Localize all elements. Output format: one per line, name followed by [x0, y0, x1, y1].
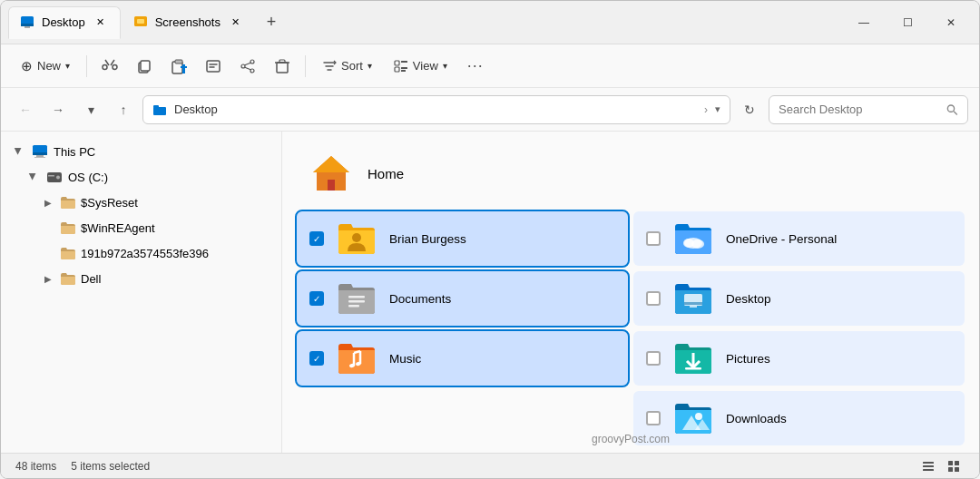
tab-desktop-close[interactable]: ✕: [93, 15, 109, 31]
share-icon: [240, 58, 256, 74]
sort-label: Sort: [341, 59, 363, 73]
close-button[interactable]: ✕: [930, 8, 972, 37]
svg-rect-31: [36, 155, 44, 157]
svg-point-27: [948, 105, 955, 112]
addressbar: ← → ▾ ↑ Desktop › ▾ ↻: [1, 88, 979, 132]
cut-button[interactable]: [94, 51, 125, 82]
refresh-button[interactable]: ↻: [736, 96, 763, 123]
desktop-folder-icon: [671, 280, 715, 317]
svg-rect-26: [153, 107, 166, 115]
sort-icon: [322, 59, 337, 73]
svg-rect-11: [207, 61, 220, 72]
svg-rect-17: [277, 63, 288, 73]
hash-folder-label: 191b972a3574553fe396: [81, 247, 209, 260]
new-button[interactable]: ⊕ New ▾: [12, 54, 79, 79]
svg-rect-35: [48, 175, 54, 177]
more-button[interactable]: ···: [460, 51, 491, 82]
svg-rect-46: [348, 305, 359, 308]
folder-downloads[interactable]: Pictures: [633, 331, 965, 386]
search-icon: [946, 103, 958, 116]
folder-music[interactable]: ✓ Music: [297, 331, 628, 386]
main-content: Home ✓: [282, 132, 979, 453]
item-count: 48 items: [15, 460, 56, 473]
svg-rect-45: [348, 300, 365, 303]
music-checkbox[interactable]: ✓: [309, 351, 324, 366]
paste-button[interactable]: [163, 51, 194, 82]
share-button[interactable]: [232, 51, 263, 82]
svg-point-53: [695, 413, 702, 420]
svg-line-15: [245, 63, 250, 65]
documents-label: Documents: [389, 292, 451, 306]
grid-view-button[interactable]: [943, 455, 965, 477]
winreagent-label: $WinREAgent: [81, 221, 155, 235]
svg-rect-58: [923, 469, 934, 471]
statusbar: 48 items 5 items selected: [1, 453, 979, 478]
brian-burgess-folder-svg: [337, 221, 377, 256]
content-area: ▶ This PC ▶ OS (C:): [1, 132, 979, 453]
sidebar-item-os-drive[interactable]: ▶ OS (C:): [1, 164, 281, 190]
recent-button[interactable]: ▾: [77, 96, 104, 123]
maximize-button[interactable]: ☐: [887, 8, 928, 37]
sort-button[interactable]: Sort ▾: [313, 54, 381, 78]
titlebar: Desktop ✕ Screenshots ✕ + — ☐ ✕: [1, 1, 979, 44]
sidebar-item-dell[interactable]: ▶ Dell: [1, 266, 281, 291]
svg-rect-10: [181, 66, 187, 68]
up-button[interactable]: ↑: [110, 96, 137, 123]
folder-onedrive[interactable]: OneDrive - Personal: [633, 211, 965, 266]
delete-button[interactable]: [267, 51, 298, 82]
minimize-button[interactable]: —: [843, 8, 885, 37]
svg-line-16: [245, 67, 250, 70]
svg-rect-32: [34, 157, 45, 158]
address-dropdown-icon[interactable]: ▾: [715, 103, 720, 115]
pictures-label: Downloads: [726, 412, 787, 425]
search-input[interactable]: [779, 103, 941, 116]
new-tab-button[interactable]: +: [259, 10, 284, 35]
folder-brian-burgess[interactable]: ✓ Brian Burgess: [297, 211, 628, 266]
svg-rect-9: [182, 64, 185, 73]
pictures-checkbox[interactable]: [646, 411, 661, 425]
os-drive-label: OS (C:): [68, 171, 108, 184]
sidebar-item-sysreset[interactable]: ▶ $SysReset: [1, 190, 281, 215]
sidebar-item-winreagent[interactable]: $WinREAgent: [1, 215, 281, 240]
home-icon: [309, 152, 353, 194]
toolbar-sep-2: [305, 55, 306, 77]
svg-rect-44: [348, 296, 365, 298]
documents-checkbox[interactable]: ✓: [309, 291, 324, 306]
onedrive-checkbox[interactable]: [646, 231, 661, 246]
brian-burgess-label: Brian Burgess: [389, 232, 466, 246]
downloads-checkbox[interactable]: [646, 351, 661, 366]
svg-rect-30: [33, 152, 47, 155]
list-view-icon: [922, 460, 935, 473]
svg-rect-20: [395, 61, 399, 65]
desktop-checkbox[interactable]: [646, 291, 661, 306]
list-view-button[interactable]: [917, 455, 939, 477]
pictures-row: Downloads: [297, 391, 965, 445]
view-button[interactable]: View ▾: [385, 54, 456, 78]
svg-point-43: [691, 240, 704, 249]
address-box[interactable]: Desktop › ▾: [142, 95, 730, 124]
back-button[interactable]: ←: [12, 96, 39, 123]
svg-marker-37: [313, 156, 349, 172]
sidebar-item-this-pc[interactable]: ▶ This PC: [1, 139, 281, 164]
brian-burgess-checkbox[interactable]: ✓: [309, 231, 324, 246]
svg-rect-24: [401, 70, 406, 72]
rename-button[interactable]: [198, 51, 229, 82]
sysreset-folder-icon: [61, 196, 75, 209]
tab-screenshots[interactable]: Screenshots ✕: [122, 6, 255, 39]
tab-screenshots-close[interactable]: ✕: [228, 15, 244, 31]
new-label: New: [37, 59, 61, 73]
folder-desktop[interactable]: Desktop: [633, 271, 965, 326]
sidebar-item-hash-folder[interactable]: 191b972a3574553fe396: [1, 240, 281, 266]
svg-rect-49: [690, 306, 697, 308]
search-box[interactable]: [769, 95, 968, 124]
downloads-folder-svg: [673, 341, 713, 376]
view-icon: [394, 59, 408, 73]
forward-button[interactable]: →: [44, 96, 72, 123]
svg-point-13: [250, 69, 254, 73]
home-item[interactable]: Home: [297, 142, 965, 204]
folder-pictures[interactable]: Downloads: [633, 391, 965, 445]
tab-desktop[interactable]: Desktop ✕: [8, 6, 121, 39]
copy-button[interactable]: [129, 51, 160, 82]
svg-rect-2: [24, 26, 30, 28]
folder-documents[interactable]: ✓ Documents: [297, 271, 628, 326]
